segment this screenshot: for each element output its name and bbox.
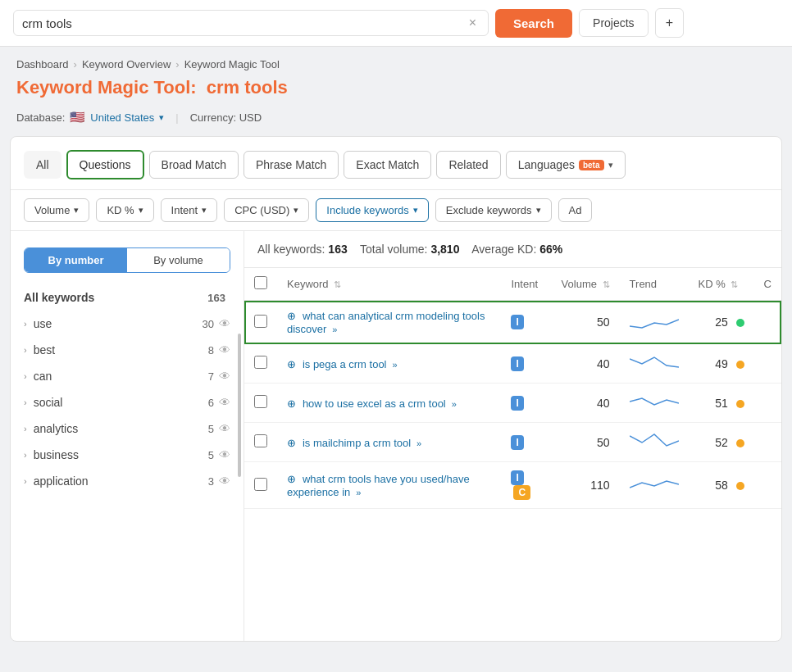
row2-trend-cell xyxy=(620,344,689,384)
keyword-sort-icon[interactable]: ⇅ xyxy=(334,279,341,289)
row1-keyword-cell: ⊕ what can analytical crm modeling tools… xyxy=(277,301,501,344)
page-title: Keyword Magic Tool: crm tools xyxy=(0,74,792,107)
breadcrumb-keyword-overview[interactable]: Keyword Overview xyxy=(82,58,171,70)
top-bar: × Search Projects + xyxy=(0,0,792,47)
row1-keyword-link[interactable]: what can analytical crm modeling tools d… xyxy=(287,310,485,335)
row1-arrow-icon[interactable]: » xyxy=(332,325,337,334)
sidebar-item-can[interactable]: › can 7 👁 xyxy=(11,363,244,389)
row1-checkbox[interactable] xyxy=(254,315,267,328)
toggle-by-volume[interactable]: By volume xyxy=(127,248,230,272)
database-country[interactable]: United States xyxy=(90,111,154,124)
tab-questions[interactable]: Questions xyxy=(66,150,144,179)
tab-languages[interactable]: Languages beta ▾ xyxy=(506,151,626,179)
row2-volume: 40 xyxy=(597,357,610,370)
sidebar-all-keywords[interactable]: All keywords 163 xyxy=(11,284,244,311)
col-intent-label: Intent xyxy=(511,278,538,290)
cpc-chevron: ▾ xyxy=(294,205,298,216)
filter-cpc[interactable]: CPC (USD) ▾ xyxy=(224,198,309,222)
row4-kd-value: 52 xyxy=(715,436,728,449)
use-eye-icon[interactable]: 👁 xyxy=(219,317,230,330)
social-eye-icon[interactable]: 👁 xyxy=(219,396,230,409)
row3-trend-cell xyxy=(620,384,689,423)
row4-checkbox-cell xyxy=(244,423,277,462)
tab-related[interactable]: Related xyxy=(436,151,500,179)
row5-keyword-link[interactable]: what crm tools have you used/have experi… xyxy=(287,473,470,498)
filter-intent[interactable]: Intent ▾ xyxy=(161,198,218,222)
row4-arrow-icon[interactable]: » xyxy=(416,438,421,448)
tab-broad-match[interactable]: Broad Match xyxy=(149,151,239,179)
analytics-eye-icon[interactable]: 👁 xyxy=(219,422,230,435)
row1-intent-badge: I xyxy=(511,315,523,329)
total-volume-label: Total volume: xyxy=(360,243,427,256)
search-input[interactable] xyxy=(22,16,469,30)
col-keyword: Keyword ⇅ xyxy=(277,268,501,301)
sidebar-item-best[interactable]: › best 8 👁 xyxy=(11,337,244,363)
toggle-by-number[interactable]: By number xyxy=(25,248,127,272)
filter-advanced[interactable]: Ad xyxy=(558,198,593,222)
beta-badge: beta xyxy=(579,160,604,170)
add-button[interactable]: + xyxy=(655,8,684,38)
tab-exact-match[interactable]: Exact Match xyxy=(344,151,431,179)
sidebar: By number By volume All keywords 163 › u… xyxy=(11,231,244,641)
sidebar-item-use[interactable]: › use 30 👁 xyxy=(11,311,244,337)
sidebar-item-analytics[interactable]: › analytics 5 👁 xyxy=(11,415,244,442)
row3-checkbox[interactable] xyxy=(254,395,267,408)
can-eye-icon[interactable]: 👁 xyxy=(219,370,230,383)
row2-keyword-link[interactable]: is pega a crm tool xyxy=(303,358,387,370)
kd-sort-icon[interactable]: ⇅ xyxy=(731,279,738,289)
row2-checkbox[interactable] xyxy=(254,356,267,369)
sidebar-item-social[interactable]: › social 6 👁 xyxy=(11,389,244,415)
application-label: application xyxy=(34,474,208,488)
row5-expand-icon[interactable]: ⊕ xyxy=(287,473,296,485)
sidebar-all-count: 163 xyxy=(207,292,225,304)
row2-keyword-cell: ⊕ is pega a crm tool » xyxy=(277,344,501,384)
row4-intent-cell: I xyxy=(501,423,551,462)
best-eye-icon[interactable]: 👁 xyxy=(219,343,230,356)
row3-arrow-icon[interactable]: » xyxy=(452,399,457,409)
tabs-row: All Questions Broad Match Phrase Match E… xyxy=(11,137,781,190)
intent-chevron: ▾ xyxy=(202,205,207,216)
business-eye-icon[interactable]: 👁 xyxy=(219,448,230,461)
row2-volume-cell: 40 xyxy=(552,344,620,384)
application-chevron: › xyxy=(24,476,27,486)
table-area: All keywords: 163 Total volume: 3,810 Av… xyxy=(244,231,781,641)
sidebar-item-business[interactable]: › business 5 👁 xyxy=(11,442,244,468)
tab-all[interactable]: All xyxy=(24,151,61,179)
row4-expand-icon[interactable]: ⊕ xyxy=(287,437,296,449)
row5-kd-cell: 58 xyxy=(689,462,754,509)
row5-intent-cell: I C xyxy=(501,462,551,509)
filter-include-keywords[interactable]: Include keywords ▾ xyxy=(316,198,428,222)
filter-intent-label: Intent xyxy=(171,204,198,216)
use-label: use xyxy=(34,317,203,330)
filter-kd[interactable]: KD % ▾ xyxy=(96,198,153,222)
row2-kd-value: 49 xyxy=(715,357,728,370)
row3-expand-icon[interactable]: ⊕ xyxy=(287,397,296,410)
select-all-checkbox[interactable] xyxy=(254,276,267,289)
row2-expand-icon[interactable]: ⊕ xyxy=(287,358,296,370)
filter-exclude-keywords[interactable]: Exclude keywords ▾ xyxy=(435,198,552,222)
sidebar-item-application[interactable]: › application 3 👁 xyxy=(11,468,244,494)
row3-intent-cell: I xyxy=(501,384,551,423)
volume-sort-icon[interactable]: ⇅ xyxy=(603,279,610,289)
row4-keyword-link[interactable]: is mailchimp a crm tool xyxy=(303,437,411,449)
search-button[interactable]: Search xyxy=(495,9,572,38)
sidebar-all-label: All keywords xyxy=(24,291,207,304)
row1-expand-icon[interactable]: ⊕ xyxy=(287,310,296,322)
row5-arrow-icon[interactable]: » xyxy=(356,488,361,497)
all-keywords-label: All keywords: xyxy=(257,243,325,256)
row3-keyword-link[interactable]: how to use excel as a crm tool xyxy=(303,397,446,410)
breadcrumb-dashboard[interactable]: Dashboard xyxy=(16,58,69,70)
clear-icon[interactable]: × xyxy=(469,16,476,30)
projects-button[interactable]: Projects xyxy=(579,9,649,37)
filter-volume[interactable]: Volume ▾ xyxy=(24,198,89,222)
row5-checkbox[interactable] xyxy=(254,478,267,491)
sidebar-scrollbar[interactable] xyxy=(238,334,241,477)
row4-checkbox[interactable] xyxy=(254,434,267,447)
tab-phrase-match[interactable]: Phrase Match xyxy=(244,151,339,179)
row2-intent-cell: I xyxy=(501,344,551,384)
row2-arrow-icon[interactable]: » xyxy=(392,360,397,370)
row4-c-cell xyxy=(754,423,781,462)
country-chevron[interactable]: ▾ xyxy=(159,112,164,123)
table-row: ⊕ what can analytical crm modeling tools… xyxy=(244,301,781,344)
application-eye-icon[interactable]: 👁 xyxy=(219,474,230,488)
